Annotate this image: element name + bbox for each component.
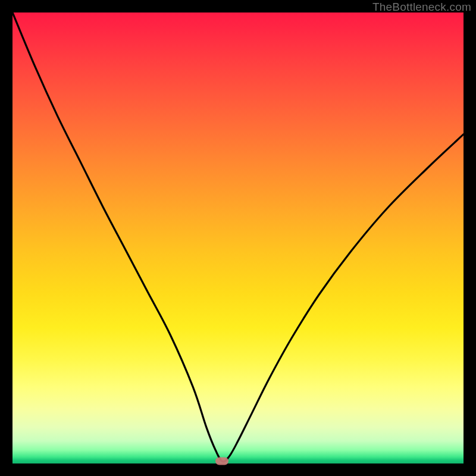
chart-frame: TheBottleneck.com (0, 0, 476, 476)
bottleneck-curve (12, 12, 464, 464)
plot-area (12, 12, 464, 464)
bottleneck-marker (215, 458, 228, 465)
watermark-text: TheBottleneck.com (372, 1, 471, 14)
